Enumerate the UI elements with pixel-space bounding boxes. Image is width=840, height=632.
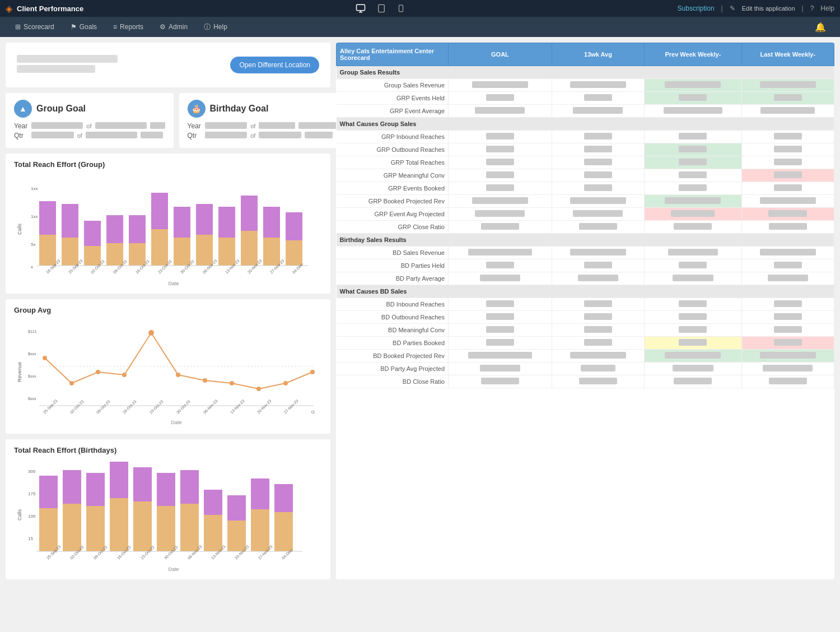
- pencil-icon: ✎: [730, 4, 735, 12]
- svg-text:100: 100: [28, 514, 36, 519]
- svg-text:02-Oct-23: 02-Oct-23: [69, 399, 85, 415]
- row-last: $3 862.48: [741, 363, 834, 375]
- location-sub-blurred: [17, 65, 95, 73]
- table-row: BD Party Avg Projected$484.80$87.27$391.…: [337, 363, 834, 375]
- row-label: BD Meaningful Conv: [337, 324, 449, 337]
- svg-text:$xxx: $xxx: [28, 374, 36, 378]
- line-group-avg: [45, 333, 312, 389]
- row-avg: $87.27: [552, 363, 644, 375]
- scorecard-body: Group Sales ResultsGroup Sales Revenue$1…: [337, 66, 834, 388]
- table-row: GRP Booked Projected Rev$17,769.21$30,00…: [337, 195, 834, 208]
- open-different-location-button[interactable]: Open Different Location: [230, 57, 319, 73]
- main-content: Open Different Location ▲ Group Goal Yea…: [0, 37, 840, 585]
- row-label: GRP Outbound Reaches: [337, 143, 449, 156]
- help-label[interactable]: Help: [820, 4, 834, 12]
- svg-rect-0: [357, 4, 365, 11]
- row-label: BD Booked Projected Rev: [337, 350, 449, 363]
- row-avg: 24.5: [552, 182, 644, 195]
- edit-app-link[interactable]: Edit this application: [742, 5, 795, 12]
- row-avg: $254.99: [552, 272, 644, 285]
- row-label: BD Parties Held: [337, 259, 449, 272]
- row-avg: 41.1: [552, 169, 644, 182]
- row-label: GRP Total Reaches: [337, 156, 449, 169]
- table-row: BD Inbound Reaches2302.14738: [337, 298, 834, 311]
- row-last: $946 B.: [741, 208, 834, 221]
- bd-bar-o-3: [86, 506, 105, 551]
- svg-text:175: 175: [28, 491, 36, 496]
- row-prev: 30: [645, 131, 741, 143]
- dot-9: [256, 387, 261, 391]
- row-goal: 42: [449, 324, 552, 337]
- group-goal-qtr-label: Qtr: [14, 132, 28, 140]
- location-name-blurred: [17, 55, 118, 63]
- table-row: BD Booked Projected Rev$12,121.02B$11,06…: [337, 350, 834, 363]
- row-goal: 13: [449, 131, 552, 143]
- table-row: GRP Events Held1110.22137: [337, 92, 834, 105]
- nav-help[interactable]: ⓘ Help: [197, 19, 234, 35]
- birthday-goal-qtr-row: Qtr $101.4K of $175.3K 11K: [188, 132, 338, 140]
- dot-8: [230, 381, 234, 385]
- notification-bell[interactable]: 🔔: [815, 22, 832, 32]
- group-goal-qtr-target: $1,208.1K: [86, 132, 137, 140]
- header-card: Open Different Location: [6, 43, 330, 87]
- group-goal-title: Group Goal: [36, 104, 86, 114]
- nav-admin[interactable]: ⚙ Admin: [153, 20, 194, 34]
- nav-scorecard[interactable]: ⊞ Scorecard: [8, 20, 61, 34]
- svg-text:16-Oct-23: 16-Oct-23: [122, 399, 137, 415]
- svg-text:Date: Date: [168, 566, 179, 572]
- row-last: 21: [741, 182, 834, 195]
- row-avg: $30,000.00: [552, 195, 644, 208]
- birthday-goal-year-pct: %%%%: [298, 122, 338, 130]
- birthday-goal-title: Birthday Goal: [210, 104, 269, 114]
- admin-label: Admin: [169, 23, 188, 31]
- row-avg: $24,270.09: [552, 79, 644, 92]
- desktop-icon[interactable]: [356, 3, 366, 13]
- bd-bar-o-5: [133, 501, 152, 551]
- group-avg-svg: Revenue $111 $xxx $xxx $xxx: [14, 319, 322, 425]
- row-last: 4B: [741, 324, 834, 337]
- group-goal-qtr-val: $375.4K: [31, 132, 74, 140]
- row-label: GRP Booked Projected Rev: [337, 195, 449, 208]
- subscription-link[interactable]: Subscription: [678, 4, 715, 12]
- bd-bar-o-9: [227, 521, 246, 551]
- section-header-cell: What Causes BD Sales: [337, 285, 834, 298]
- row-avg: $19,398.12: [552, 247, 644, 259]
- row-avg: 02.1: [552, 298, 644, 311]
- goals-row: ▲ Group Goal Year $1,611.6K of $1,640.1K…: [6, 93, 330, 148]
- row-label: Group Sales Revenue: [337, 79, 449, 92]
- nav-goals[interactable]: ⚑ Goals: [64, 20, 104, 34]
- bar-orange-8: [196, 235, 213, 266]
- table-row: Birthday Sales Results: [337, 234, 834, 247]
- row-last: 71: [741, 156, 834, 169]
- table-row: GRP Meaningful Conv2441.12441: [337, 169, 834, 182]
- group-goal-icon: ▲: [14, 100, 32, 118]
- svg-text:$xxx: $xxx: [28, 397, 36, 401]
- left-panel: Open Different Location ▲ Group Goal Yea…: [6, 43, 330, 579]
- group-goal-header: ▲ Group Goal: [14, 100, 165, 118]
- row-avg: $2,419.97: [552, 105, 644, 118]
- scorecard-header-row: Alley Cats Entertainment Center Scorecar…: [337, 43, 834, 66]
- dot-11: [310, 370, 315, 374]
- birthday-goal-qtr-val: $101.4K: [205, 132, 248, 140]
- svg-text:Date: Date: [168, 281, 179, 286]
- dot-5: [148, 330, 154, 336]
- row-label: GRP Event Average: [337, 105, 449, 118]
- bar-orange-11: [263, 238, 280, 266]
- svg-text:20-Nov-23: 20-Nov-23: [256, 399, 272, 415]
- chart-reach-group-area: Calls 1xx 1xx 5x x: [14, 173, 322, 287]
- nav-reports[interactable]: ≡ Reports: [106, 20, 150, 34]
- tablet-icon[interactable]: [377, 4, 386, 13]
- mobile-icon[interactable]: [397, 4, 405, 12]
- row-last: $14,302.00: [741, 195, 834, 208]
- row-goal: 51.34%: [449, 375, 552, 388]
- group-goal-card: ▲ Group Goal Year $1,611.6K of $1,640.1K…: [6, 93, 174, 148]
- row-prev: $13,000.00: [645, 350, 741, 363]
- scorecard-table: Alley Cats Entertainment Center Scorecar…: [336, 43, 834, 388]
- birthday-goal-header: 🎂 Birthday Goal: [188, 100, 338, 118]
- svg-text:1xx: 1xx: [31, 214, 38, 219]
- row-last: 4B: [741, 259, 834, 272]
- row-prev: $391.88: [645, 363, 741, 375]
- group-goal-year-row: Year $1,611.6K of $1,640.1K HT: [14, 122, 165, 130]
- row-goal: $12,121.02B: [449, 247, 552, 259]
- bar-orange-6: [151, 229, 168, 266]
